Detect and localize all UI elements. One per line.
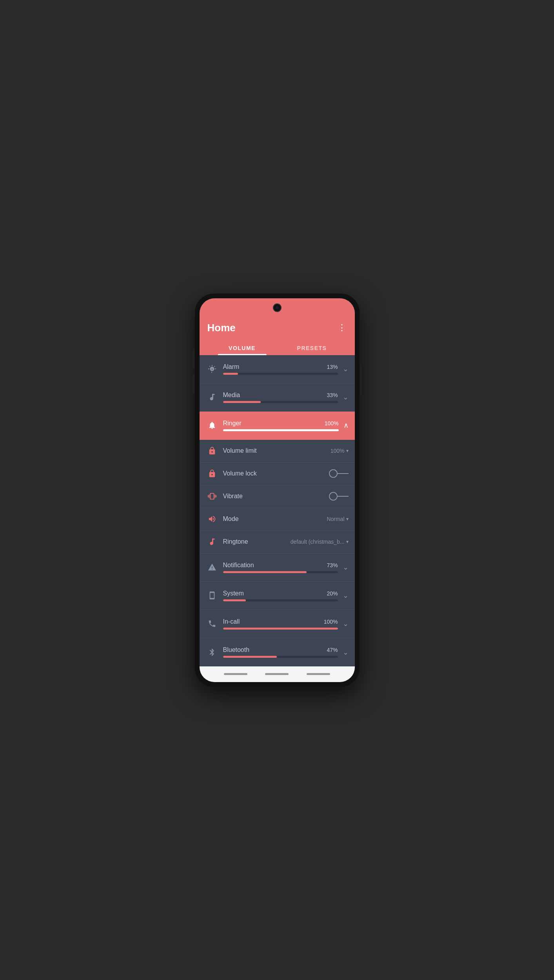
volume-lock-toggle[interactable] (329, 469, 349, 478)
mode-row[interactable]: Mode Normal ▾ (200, 508, 355, 531)
media-icon (206, 393, 218, 401)
media-content: Media 33% (223, 392, 338, 403)
vibrate-toggle[interactable] (329, 492, 349, 501)
ringtone-label: Ringtone (223, 538, 291, 545)
incall-fill (223, 628, 338, 630)
vibrate-icon (206, 492, 218, 501)
incall-label: In-call (223, 618, 240, 625)
volume-up-button[interactable] (193, 348, 194, 368)
tab-volume[interactable]: VOLUME (207, 340, 277, 355)
system-icon (206, 591, 218, 600)
system-chevron: ⌄ (343, 591, 349, 600)
alarm-label: Alarm (223, 363, 240, 370)
front-camera (273, 303, 282, 312)
incall-percent: 100% (324, 619, 338, 625)
volume-lock-label: Volume lock (223, 470, 329, 477)
volume-down-button[interactable] (193, 374, 194, 394)
tab-presets[interactable]: PRESETS (277, 340, 347, 355)
toggle-circle (329, 469, 338, 478)
system-row[interactable]: System 20% ⌄ (200, 582, 355, 610)
ringer-row[interactable]: Ringer 100% ∧ (200, 412, 355, 440)
volume-limit-label: Volume limit (223, 447, 331, 454)
notification-label: Notification (223, 562, 254, 569)
system-fill (223, 599, 246, 601)
ringer-label: Ringer (223, 420, 242, 427)
phone-frame: Home ⋮ VOLUME PRESETS (195, 294, 360, 687)
volume-limit-arrow: ▾ (346, 448, 349, 454)
media-percent: 33% (327, 392, 338, 398)
media-chevron: ⌄ (343, 393, 349, 401)
system-label: System (223, 590, 244, 597)
bottom-nav-bar (200, 666, 355, 682)
vibrate-label: Vibrate (223, 493, 329, 500)
toggle-line-2 (338, 496, 349, 497)
incall-icon (206, 619, 218, 628)
tab-bar: VOLUME PRESETS (207, 340, 347, 355)
ringer-content: Ringer 100% (223, 420, 339, 431)
ringtone-row[interactable]: Ringtone default (christmas_b... ▾ (200, 531, 355, 554)
vibrate-toggle-control[interactable] (329, 492, 349, 501)
mode-label: Mode (223, 515, 327, 523)
bluetooth-row[interactable]: Bluetooth 47% ⌄ (200, 638, 355, 666)
alarm-track[interactable] (223, 373, 338, 375)
media-label: Media (223, 392, 240, 399)
volume-lock-toggle-control[interactable] (329, 469, 349, 478)
media-row[interactable]: Media 33% ⌄ (200, 383, 355, 412)
vibrate-row[interactable]: Vibrate (200, 485, 355, 508)
volume-list: Alarm 13% ⌄ Media 33% (200, 355, 355, 666)
app-header: Home ⋮ VOLUME PRESETS (200, 317, 355, 355)
incall-track[interactable] (223, 628, 338, 630)
mode-value[interactable]: Normal ▾ (327, 516, 348, 522)
system-track[interactable] (223, 599, 338, 601)
power-button[interactable] (360, 364, 361, 396)
incall-content: In-call 100% (223, 618, 338, 630)
ringtone-arrow: ▾ (346, 539, 349, 544)
alarm-icon (206, 365, 218, 373)
notification-track[interactable] (223, 571, 338, 573)
alarm-row[interactable]: Alarm 13% ⌄ (200, 355, 355, 383)
page-title: Home (207, 322, 236, 334)
volume-limit-value: 100% ▾ (331, 448, 349, 454)
system-content: System 20% (223, 590, 338, 601)
alarm-fill (223, 373, 238, 375)
bluetooth-percent: 47% (327, 647, 338, 653)
ringer-fill (223, 429, 339, 431)
ringer-chevron: ∧ (343, 421, 349, 430)
nav-home-pill[interactable] (265, 673, 289, 675)
mode-arrow: ▾ (346, 516, 349, 522)
notification-icon (206, 563, 218, 572)
alarm-content: Alarm 13% (223, 363, 338, 375)
alarm-percent: 13% (327, 364, 338, 370)
ringer-icon (206, 421, 218, 430)
bluetooth-fill (223, 656, 277, 658)
mode-icon (206, 515, 218, 523)
toggle-line (338, 473, 349, 474)
media-track[interactable] (223, 401, 338, 403)
ringtone-icon (206, 537, 218, 546)
phone-screen: Home ⋮ VOLUME PRESETS (200, 298, 355, 682)
bluetooth-content: Bluetooth 47% (223, 646, 338, 658)
bluetooth-chevron: ⌄ (343, 648, 349, 657)
volume-limit-row[interactable]: Volume limit 100% ▾ (200, 440, 355, 463)
ringer-track[interactable] (223, 429, 339, 431)
alarm-chevron: ⌄ (343, 365, 349, 373)
incall-chevron: ⌄ (343, 619, 349, 628)
volume-lock-icon (206, 469, 218, 478)
bluetooth-label: Bluetooth (223, 646, 250, 653)
notification-row[interactable]: Notification 73% ⌄ (200, 554, 355, 582)
toggle-circle-2 (329, 492, 338, 501)
nav-recents-pill[interactable] (307, 673, 330, 675)
volume-limit-icon (206, 446, 218, 455)
status-bar (200, 298, 355, 317)
nav-back-pill[interactable] (224, 673, 247, 675)
notification-percent: 73% (327, 562, 338, 568)
ringer-percent: 100% (325, 420, 339, 426)
system-percent: 20% (327, 590, 338, 597)
bluetooth-icon (206, 648, 218, 657)
overflow-menu-button[interactable]: ⋮ (338, 323, 347, 333)
volume-lock-row[interactable]: Volume lock (200, 463, 355, 485)
notification-content: Notification 73% (223, 562, 338, 573)
bluetooth-track[interactable] (223, 656, 338, 658)
incall-row[interactable]: In-call 100% ⌄ (200, 610, 355, 638)
ringtone-value[interactable]: default (christmas_b... ▾ (291, 539, 349, 545)
